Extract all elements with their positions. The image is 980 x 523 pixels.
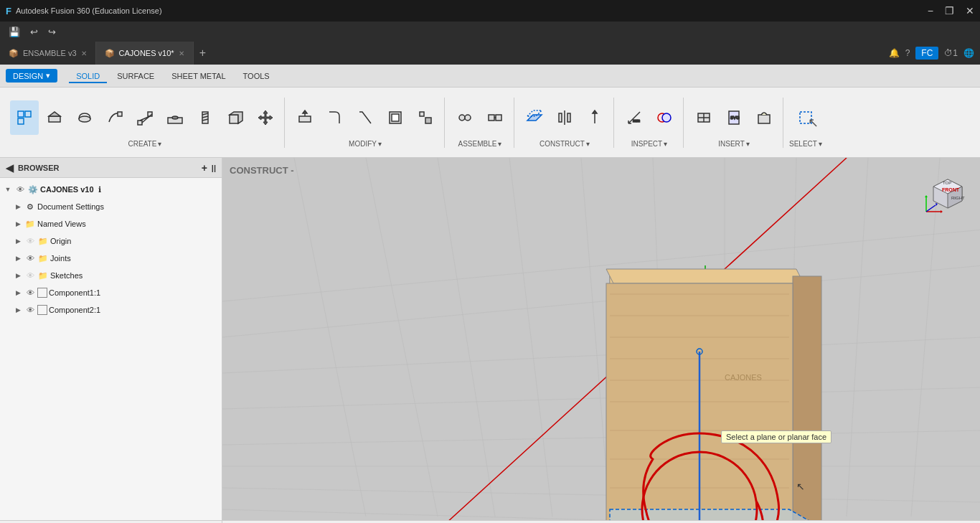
toolbar-group-create: CREATE ▾	[6, 98, 285, 148]
help-icon[interactable]: ?	[905, 48, 910, 58]
tab-close-cajones[interactable]: ✕	[179, 50, 184, 57]
browser-header: ◀ BROWSER + ||	[0, 158, 222, 178]
tab-surface[interactable]: SURFACE	[110, 70, 161, 83]
design-dropdown-button[interactable]: DESIGN ▾	[6, 69, 57, 83]
tab-sheetmetal[interactable]: SHEET METAL	[164, 70, 232, 83]
component-icon	[37, 288, 47, 298]
svg-marker-91	[610, 509, 814, 520]
tab-close-ensamble[interactable]: ✕	[81, 50, 87, 57]
svg-marker-32	[527, 115, 542, 121]
minimize-button[interactable]: −	[928, 5, 933, 17]
svg-rect-30	[496, 115, 501, 121]
restore-button[interactable]: ❐	[945, 5, 954, 17]
online-icon[interactable]: 🌐	[963, 48, 974, 58]
modify-group-label: MODIFY	[349, 140, 377, 148]
origin-folder-icon: 📁	[37, 235, 49, 247]
svg-rect-23	[392, 114, 399, 121]
nav-cube[interactable]: FRONT RIGHT TOP	[923, 165, 973, 215]
tree-item-joints[interactable]: ▶ 👁 📁 Joints	[0, 250, 222, 267]
tree-item-docsettings[interactable]: ▶ ⚙ Document Settings	[0, 198, 222, 215]
tree-item-root[interactable]: ▼ 👁 ⚙️ CAJONES v10 ℹ	[0, 181, 222, 198]
svg-point-27	[465, 115, 471, 121]
user-icon[interactable]: FC	[915, 47, 938, 60]
offset-plane-button[interactable]	[520, 100, 549, 135]
svg-point-5	[79, 116, 90, 122]
decal-button[interactable]	[750, 100, 778, 135]
insert-svg-button[interactable]: SVG	[720, 100, 748, 135]
tree-item-component2[interactable]: ▶ 👁 Component2:1	[0, 301, 222, 319]
scale-button[interactable]	[411, 100, 440, 135]
tab-ensamble[interactable]: 📦 ENSAMBLE v3 ✕	[0, 42, 96, 65]
box-button[interactable]	[221, 100, 250, 135]
svg-rect-2	[18, 118, 24, 124]
insert-mcmaster-button[interactable]	[689, 100, 718, 135]
notification-icon[interactable]: 🔔	[889, 48, 900, 58]
browser-panel-toggle[interactable]: ||	[212, 164, 216, 172]
svg-rect-6	[118, 112, 122, 116]
tabbar: 📦 ENSAMBLE v3 ✕ 📦 CAJONES v10* ✕ + 🔔 ? F…	[0, 42, 980, 65]
plane-select-tooltip: Select a plane or planar face	[721, 430, 831, 443]
rigid-group-button[interactable]	[481, 100, 509, 135]
construct-group-label: CONSTRUCT	[540, 140, 585, 148]
interference-button[interactable]	[650, 100, 679, 135]
save-icon[interactable]: 💾	[6, 25, 23, 39]
create-group-label: CREATE	[128, 140, 157, 148]
axis-button[interactable]	[580, 100, 609, 135]
browser-add-icon[interactable]: +	[202, 162, 207, 174]
svg-point-44	[662, 113, 671, 122]
main-area: ◀ BROWSER + || ▼ 👁 ⚙️ CAJONES v10 ℹ ▶ ⚙ …	[0, 158, 980, 520]
svg-text:CAJONES: CAJONES	[725, 373, 762, 382]
joints-folder-icon: 📁	[37, 253, 49, 264]
tree-item-namedviews[interactable]: ▶ 📁 Named Views	[0, 215, 222, 232]
sweep-button[interactable]	[100, 100, 129, 135]
settings-icon: ⚙️	[27, 184, 39, 195]
new-tab-button[interactable]: +	[194, 42, 212, 65]
svg-marker-4	[49, 112, 60, 116]
fillet-button[interactable]	[321, 100, 349, 135]
construct-overlay-label: CONSTRUCT -	[230, 165, 294, 176]
svg-marker-38	[593, 110, 597, 113]
browser-panel: ◀ BROWSER + || ▼ 👁 ⚙️ CAJONES v10 ℹ ▶ ⚙ …	[0, 158, 222, 520]
select-button[interactable]: ↖	[791, 100, 820, 135]
tree-item-component1[interactable]: ▶ 👁 Component1:1	[0, 284, 222, 301]
revolve-button[interactable]	[70, 100, 99, 135]
chamfer-button[interactable]	[351, 100, 380, 135]
midplane-button[interactable]	[550, 100, 579, 135]
tree-item-origin[interactable]: ▶ 👁 📁 Origin	[0, 232, 222, 250]
tab-cajones[interactable]: 📦 CAJONES v10* ✕	[96, 42, 194, 65]
svg-rect-7	[138, 121, 142, 125]
svg-rect-36	[567, 113, 570, 122]
tree-item-sketches[interactable]: ▶ 👁 📁 Sketches	[0, 267, 222, 284]
folder-icon: 📁	[24, 218, 36, 230]
joint-button[interactable]	[451, 100, 479, 135]
svg-marker-25	[425, 118, 431, 123]
move-button[interactable]	[251, 100, 280, 135]
tab-solid[interactable]: SOLID	[69, 70, 107, 83]
svg-rect-1	[25, 111, 31, 117]
svg-rect-0	[18, 111, 24, 117]
loft-button[interactable]	[131, 100, 159, 135]
close-button[interactable]: ✕	[966, 5, 974, 17]
shell-button[interactable]	[381, 100, 410, 135]
hole-button[interactable]	[161, 100, 189, 135]
svg-marker-24	[420, 112, 424, 116]
extrude-button[interactable]	[40, 100, 69, 135]
measure-button[interactable]: mm	[620, 100, 649, 135]
job-status-icon[interactable]: ⏱1	[944, 48, 958, 58]
select-group-label: SELECT	[789, 140, 817, 148]
press-pull-button[interactable]	[291, 100, 319, 135]
redo-icon[interactable]: ↪	[45, 25, 59, 39]
undo-icon[interactable]: ↩	[27, 25, 41, 39]
toolbar-group-assemble: ASSEMBLE ▾	[446, 98, 514, 148]
toolbar-group-select: ↖ SELECT ▾	[785, 98, 826, 148]
thread-button[interactable]	[191, 100, 220, 135]
svg-point-26	[459, 115, 465, 121]
new-component-button[interactable]	[10, 100, 39, 135]
root-options-icon[interactable]: ℹ	[98, 185, 101, 194]
docsettings-label: Document Settings	[37, 202, 104, 211]
viewport[interactable]: CAJONES Select a plane or planar face ↖	[222, 158, 980, 520]
tab-tools[interactable]: TOOLS	[236, 70, 277, 83]
browser-collapse-icon[interactable]: ◀	[6, 162, 14, 174]
titlebar-right: − ❐ ✕	[928, 5, 974, 17]
browser-title: BROWSER	[18, 164, 59, 172]
